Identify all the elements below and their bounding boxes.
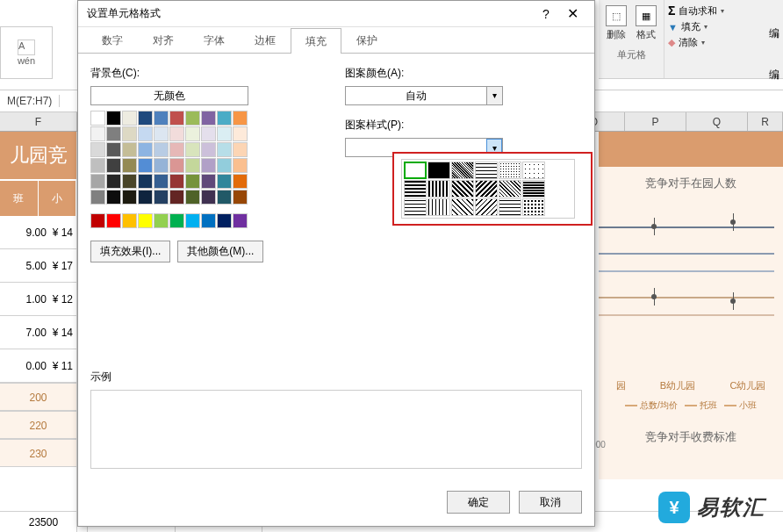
color-swatch[interactable]: [217, 190, 232, 205]
pattern-swatch[interactable]: [522, 180, 545, 198]
color-swatch[interactable]: [185, 213, 200, 228]
color-swatch[interactable]: [233, 158, 248, 173]
color-swatch[interactable]: [201, 158, 216, 173]
color-swatch[interactable]: [169, 111, 184, 126]
pattern-swatch[interactable]: [404, 180, 427, 198]
ok-button[interactable]: 确定: [447, 491, 510, 514]
color-swatch[interactable]: [201, 190, 216, 205]
color-swatch[interactable]: [169, 126, 184, 141]
color-swatch[interactable]: [217, 126, 232, 141]
color-swatch[interactable]: [122, 174, 137, 189]
color-swatch[interactable]: [138, 126, 153, 141]
color-swatch[interactable]: [185, 142, 200, 157]
color-swatch[interactable]: [201, 142, 216, 157]
total-row[interactable]: 220: [0, 411, 76, 439]
color-swatch[interactable]: [185, 158, 200, 173]
color-swatch[interactable]: [154, 190, 169, 205]
color-swatch[interactable]: [233, 190, 248, 205]
help-button[interactable]: ?: [533, 7, 559, 21]
color-swatch[interactable]: [90, 142, 105, 157]
col-Q[interactable]: Q: [686, 112, 748, 131]
pattern-color-combo[interactable]: 自动 ▾: [345, 86, 503, 105]
color-swatch[interactable]: [106, 126, 121, 141]
pattern-swatch[interactable]: [427, 180, 450, 198]
color-swatch[interactable]: [154, 213, 169, 228]
pattern-swatch[interactable]: [451, 162, 474, 179]
color-swatch[interactable]: [185, 174, 200, 189]
color-swatch[interactable]: [90, 111, 105, 126]
color-swatch[interactable]: [90, 158, 105, 173]
total-row[interactable]: 230: [0, 439, 76, 467]
table-row[interactable]: 7.00 ¥ 14: [0, 316, 76, 349]
col-R[interactable]: R: [748, 112, 783, 131]
color-swatch[interactable]: [169, 158, 184, 173]
pattern-swatch[interactable]: [499, 198, 521, 216]
pattern-swatch[interactable]: [475, 198, 498, 216]
tab-font[interactable]: 字体: [189, 27, 240, 53]
color-swatch[interactable]: [217, 213, 232, 228]
color-swatch[interactable]: [201, 174, 216, 189]
color-swatch[interactable]: [106, 174, 121, 189]
pattern-swatch[interactable]: [404, 198, 427, 216]
color-swatch[interactable]: [185, 190, 200, 205]
clear-button[interactable]: ◆清除▾: [668, 36, 724, 49]
color-swatch[interactable]: [138, 190, 153, 205]
table-row[interactable]: 1.00 ¥ 12: [0, 283, 76, 316]
color-swatch[interactable]: [154, 158, 169, 173]
pattern-swatch[interactable]: [451, 198, 474, 216]
pattern-swatch[interactable]: [475, 162, 498, 179]
autosum-button[interactable]: Σ自动求和▾: [668, 4, 724, 18]
pattern-swatch[interactable]: [522, 162, 545, 179]
color-swatch[interactable]: [106, 158, 121, 173]
color-swatch[interactable]: [154, 126, 169, 141]
color-swatch[interactable]: [138, 142, 153, 157]
color-swatch[interactable]: [106, 111, 121, 126]
color-swatch[interactable]: [106, 213, 121, 228]
color-swatch[interactable]: [233, 126, 248, 141]
fill-effects-button[interactable]: 填充效果(I)...: [90, 241, 170, 262]
sort-button-partial[interactable]: 编: [769, 26, 779, 41]
pattern-swatch[interactable]: [499, 180, 521, 198]
color-swatch[interactable]: [169, 142, 184, 157]
color-swatch[interactable]: [106, 190, 121, 205]
color-swatch[interactable]: [233, 213, 248, 228]
close-button[interactable]: ✕: [559, 5, 585, 22]
more-colors-button[interactable]: 其他颜色(M)...: [177, 241, 263, 262]
bottom-cell[interactable]: 23500: [0, 512, 88, 532]
color-swatch[interactable]: [217, 174, 232, 189]
chevron-down-icon[interactable]: ▾: [486, 87, 502, 104]
color-swatch[interactable]: [154, 142, 169, 157]
total-row[interactable]: 200: [0, 383, 76, 411]
color-swatch[interactable]: [106, 142, 121, 157]
color-swatch[interactable]: [90, 213, 105, 228]
color-swatch[interactable]: [138, 213, 153, 228]
color-swatch[interactable]: [217, 111, 232, 126]
tab-number[interactable]: 数字: [87, 27, 138, 53]
color-swatch[interactable]: [122, 142, 137, 157]
color-swatch[interactable]: [138, 111, 153, 126]
color-swatch[interactable]: [122, 158, 137, 173]
pattern-swatch[interactable]: [522, 198, 545, 216]
pattern-swatch[interactable]: [475, 180, 498, 198]
pattern-swatch[interactable]: [499, 162, 521, 179]
color-swatch[interactable]: [217, 158, 232, 173]
color-swatch[interactable]: [233, 111, 248, 126]
color-swatch[interactable]: [169, 190, 184, 205]
col-P[interactable]: P: [625, 112, 686, 131]
color-swatch[interactable]: [122, 111, 137, 126]
tab-protection[interactable]: 保护: [341, 27, 392, 53]
col-F[interactable]: F: [0, 112, 77, 131]
color-swatch[interactable]: [201, 111, 216, 126]
pattern-swatch[interactable]: [451, 180, 474, 198]
table-row[interactable]: 5.00 ¥ 17: [0, 249, 76, 283]
table-row[interactable]: 9.00 ¥ 14: [0, 216, 76, 249]
color-swatch[interactable]: [138, 158, 153, 173]
format-button[interactable]: ▦ 格式: [634, 2, 658, 45]
color-swatch[interactable]: [90, 190, 105, 205]
color-swatch[interactable]: [201, 126, 216, 141]
pattern-swatch[interactable]: [427, 198, 450, 216]
color-swatch[interactable]: [122, 190, 137, 205]
color-swatch[interactable]: [201, 213, 216, 228]
color-swatch[interactable]: [90, 174, 105, 189]
tab-alignment[interactable]: 对齐: [138, 27, 189, 53]
